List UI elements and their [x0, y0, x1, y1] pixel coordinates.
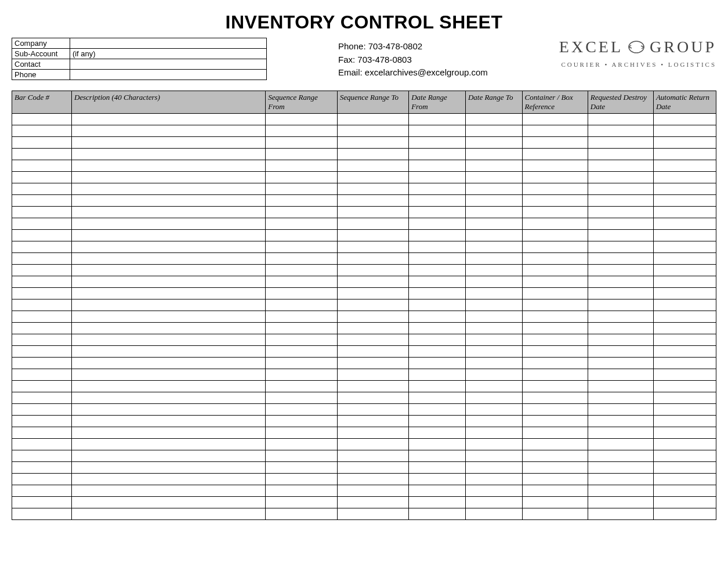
table-cell[interactable] [588, 323, 653, 334]
table-cell[interactable] [588, 125, 653, 137]
table-cell[interactable] [653, 427, 716, 439]
table-cell[interactable] [653, 358, 716, 369]
table-cell[interactable] [588, 276, 653, 288]
table-cell[interactable] [337, 392, 408, 404]
table-cell[interactable] [409, 369, 466, 381]
table-cell[interactable] [337, 172, 408, 183]
table-cell[interactable] [653, 381, 716, 392]
table-cell[interactable] [588, 137, 653, 149]
table-cell[interactable] [266, 160, 337, 172]
table-cell[interactable] [409, 450, 466, 462]
table-cell[interactable] [71, 508, 265, 520]
table-cell[interactable] [71, 404, 265, 416]
table-cell[interactable] [71, 346, 265, 358]
table-cell[interactable] [588, 462, 653, 474]
table-cell[interactable] [522, 450, 588, 462]
table-cell[interactable] [337, 253, 408, 265]
table-cell[interactable] [653, 230, 716, 241]
table-cell[interactable] [522, 276, 588, 288]
table-cell[interactable] [465, 183, 522, 195]
table-cell[interactable] [522, 172, 588, 183]
table-cell[interactable] [409, 149, 466, 160]
table-cell[interactable] [71, 392, 265, 404]
table-cell[interactable] [522, 369, 588, 381]
table-cell[interactable] [653, 288, 716, 299]
table-cell[interactable] [71, 253, 265, 265]
table-cell[interactable] [337, 137, 408, 149]
table-cell[interactable] [588, 288, 653, 299]
table-cell[interactable] [522, 299, 588, 311]
table-cell[interactable] [12, 323, 72, 334]
table-cell[interactable] [522, 218, 588, 230]
table-cell[interactable] [71, 485, 265, 497]
table-cell[interactable] [71, 195, 265, 207]
table-cell[interactable] [653, 253, 716, 265]
table-cell[interactable] [465, 288, 522, 299]
table-cell[interactable] [266, 474, 337, 485]
table-cell[interactable] [653, 404, 716, 416]
table-cell[interactable] [653, 241, 716, 253]
table-cell[interactable] [588, 183, 653, 195]
table-cell[interactable] [588, 427, 653, 439]
table-cell[interactable] [653, 369, 716, 381]
table-cell[interactable] [409, 183, 466, 195]
table-cell[interactable] [465, 149, 522, 160]
table-cell[interactable] [465, 160, 522, 172]
table-cell[interactable] [71, 218, 265, 230]
table-cell[interactable] [588, 172, 653, 183]
table-cell[interactable] [465, 137, 522, 149]
table-cell[interactable] [12, 265, 72, 276]
table-cell[interactable] [12, 253, 72, 265]
table-cell[interactable] [266, 172, 337, 183]
table-cell[interactable] [409, 230, 466, 241]
table-cell[interactable] [409, 323, 466, 334]
table-cell[interactable] [522, 183, 588, 195]
table-cell[interactable] [266, 404, 337, 416]
table-cell[interactable] [522, 346, 588, 358]
table-cell[interactable] [337, 358, 408, 369]
table-cell[interactable] [71, 497, 265, 508]
table-cell[interactable] [522, 392, 588, 404]
table-cell[interactable] [409, 346, 466, 358]
table-cell[interactable] [12, 241, 72, 253]
table-cell[interactable] [266, 207, 337, 218]
table-cell[interactable] [337, 125, 408, 137]
table-cell[interactable] [337, 334, 408, 346]
table-cell[interactable] [12, 497, 72, 508]
table-cell[interactable] [12, 218, 72, 230]
table-cell[interactable] [465, 462, 522, 474]
table-cell[interactable] [409, 381, 466, 392]
table-cell[interactable] [12, 230, 72, 241]
table-cell[interactable] [465, 416, 522, 427]
table-cell[interactable] [653, 497, 716, 508]
table-cell[interactable] [71, 334, 265, 346]
table-cell[interactable] [266, 288, 337, 299]
table-cell[interactable] [653, 439, 716, 450]
table-cell[interactable] [71, 427, 265, 439]
table-cell[interactable] [588, 218, 653, 230]
table-cell[interactable] [71, 207, 265, 218]
table-cell[interactable] [337, 160, 408, 172]
table-cell[interactable] [266, 369, 337, 381]
table-cell[interactable] [266, 508, 337, 520]
table-cell[interactable] [522, 334, 588, 346]
table-cell[interactable] [337, 241, 408, 253]
table-cell[interactable] [12, 137, 72, 149]
table-cell[interactable] [337, 195, 408, 207]
table-cell[interactable] [465, 172, 522, 183]
table-cell[interactable] [12, 485, 72, 497]
table-cell[interactable] [409, 311, 466, 323]
table-cell[interactable] [588, 230, 653, 241]
table-cell[interactable] [409, 207, 466, 218]
table-cell[interactable] [71, 299, 265, 311]
table-cell[interactable] [588, 404, 653, 416]
table-cell[interactable] [409, 160, 466, 172]
table-cell[interactable] [653, 276, 716, 288]
table-cell[interactable] [71, 114, 265, 125]
table-cell[interactable] [409, 276, 466, 288]
table-cell[interactable] [71, 288, 265, 299]
table-cell[interactable] [522, 125, 588, 137]
table-cell[interactable] [522, 160, 588, 172]
table-cell[interactable] [409, 358, 466, 369]
table-cell[interactable] [12, 346, 72, 358]
